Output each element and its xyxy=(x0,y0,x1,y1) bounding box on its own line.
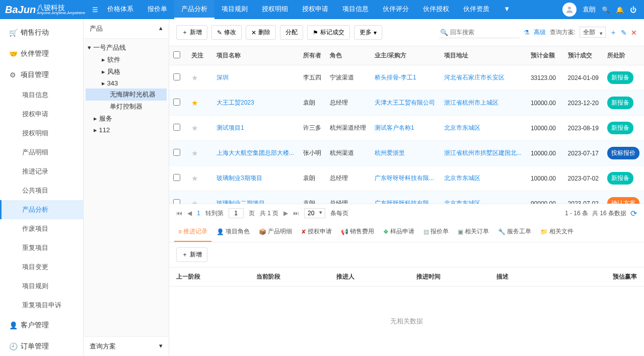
sub-tab[interactable]: ▤报价单 xyxy=(419,222,453,242)
prev-page-icon[interactable]: ◀ xyxy=(187,210,192,217)
assign-button[interactable]: 分配 xyxy=(280,25,303,40)
sidebar-subitem[interactable]: 公共项目 xyxy=(0,181,83,200)
sub-tab[interactable]: 📁相关文件 xyxy=(536,222,578,242)
tree-node[interactable]: ▸ 服务 xyxy=(86,113,167,125)
sidebar-subitem[interactable]: 授权明细 xyxy=(0,124,83,143)
sub-tab[interactable]: 🔧服务工单 xyxy=(494,222,535,242)
project-name-link[interactable]: 深圳 xyxy=(217,74,229,81)
user-name[interactable]: 袁朗 xyxy=(583,5,596,14)
buyer-link[interactable]: 杭州爱浙里 xyxy=(375,149,405,156)
tree-node[interactable]: 单灯控制器 xyxy=(86,101,167,113)
star-icon[interactable]: ★ xyxy=(191,99,198,107)
row-checkbox[interactable] xyxy=(173,99,180,106)
top-nav-item[interactable]: 授权申请 xyxy=(295,0,335,19)
goto-input[interactable] xyxy=(229,208,244,218)
next-page-icon[interactable]: ▶ xyxy=(283,210,288,217)
top-nav-item[interactable]: 报价单 xyxy=(140,0,174,19)
column-header[interactable]: 预计成交 xyxy=(564,46,603,65)
tree-footer[interactable]: 查询方案 ▾ xyxy=(84,336,169,356)
column-header[interactable]: 业主/采购方 xyxy=(371,46,440,65)
avatar[interactable] xyxy=(562,3,577,17)
tree-node[interactable]: ▸ 112 xyxy=(86,125,167,135)
mark-done-button[interactable]: ⚑标记成交 xyxy=(307,25,350,40)
column-header[interactable]: 所处阶 xyxy=(603,46,644,65)
tree-node[interactable]: ▸ 软件 xyxy=(86,54,167,66)
table-row[interactable]: ★玻璃制业二期项目袁朗总经理广东呀呀呀科技有限...北京市东城区90000.00… xyxy=(169,191,644,204)
sidebar-item[interactable]: 🤝伙伴管理 xyxy=(0,43,83,64)
address-link[interactable]: 浙江省杭州市拱墅区建国北... xyxy=(444,149,522,156)
select-all-checkbox[interactable] xyxy=(173,51,180,58)
project-name-link[interactable]: 测试项目1 xyxy=(217,124,244,131)
column-header[interactable]: 项目地址 xyxy=(440,46,527,65)
row-checkbox[interactable] xyxy=(173,174,180,181)
address-link[interactable]: 北京市东城区 xyxy=(444,174,480,182)
row-checkbox[interactable] xyxy=(173,124,180,131)
sidebar-subitem[interactable]: 产品明细 xyxy=(0,143,83,162)
sub-tab[interactable]: ▣相关订单 xyxy=(454,222,493,242)
sidebar-subitem[interactable]: 重复项目申诉 xyxy=(0,296,83,315)
top-nav-item[interactable]: 伙伴评分 xyxy=(376,0,416,19)
top-nav-item[interactable]: 价格体系 xyxy=(100,0,140,19)
menu-toggle-icon[interactable]: ☰ xyxy=(90,6,100,14)
buyer-link[interactable]: 广东呀呀呀科技有限... xyxy=(375,200,434,204)
sidebar-item[interactable]: ⚙项目管理 xyxy=(0,64,83,85)
tree-node[interactable]: ▸ 343 xyxy=(86,78,167,88)
collapse-icon[interactable]: ▴ xyxy=(159,24,163,33)
sidebar-subitem[interactable]: 推进记录 xyxy=(0,162,83,181)
buyer-link[interactable]: 天津大王工贸有限公司 xyxy=(375,99,435,106)
top-nav-more[interactable]: ▼ xyxy=(496,0,517,19)
sidebar-subitem[interactable]: 重复项目 xyxy=(0,238,83,257)
top-nav-item[interactable]: 伙伴资质 xyxy=(456,0,496,19)
table-row[interactable]: ★测试项目1许三多杭州渠道经理测试客户名称1北京市东城区10000.002023… xyxy=(169,116,644,141)
table-row[interactable]: ★大王工贸2023袁朗总经理天津大王工贸有限公司浙江省杭州市上城区10000.0… xyxy=(169,91,644,116)
sub-tab[interactable]: 📦产品明细 xyxy=(255,222,296,242)
sub-tab[interactable]: 👤项目角色 xyxy=(212,222,254,242)
delete-button[interactable]: ✕删除 xyxy=(246,25,276,40)
star-icon[interactable]: ★ xyxy=(191,124,198,132)
top-nav-item[interactable]: 授权明细 xyxy=(255,0,295,19)
table-row[interactable]: ★上海大大航空集团总部大楼...张小明杭州渠道杭州爱浙里浙江省杭州市拱墅区建国北… xyxy=(169,141,644,166)
search-icon[interactable]: 🔍 xyxy=(602,6,610,14)
more-button[interactable]: 更多 ▾ xyxy=(354,25,382,40)
column-header[interactable]: 预计金额 xyxy=(527,46,564,65)
column-header[interactable]: 关注 xyxy=(187,46,212,65)
per-page-select[interactable]: 20 xyxy=(304,208,325,218)
address-link[interactable]: 北京市东城区 xyxy=(444,200,480,204)
search-input[interactable] xyxy=(439,27,520,38)
address-link[interactable]: 浙江省杭州市上城区 xyxy=(444,99,498,106)
top-nav-item[interactable]: 伙伴授权 xyxy=(416,0,456,19)
sidebar-item[interactable]: 👤客户管理 xyxy=(0,315,83,336)
row-checkbox[interactable] xyxy=(173,73,180,80)
sub-tab[interactable]: ✘授权申请 xyxy=(297,222,336,242)
delete-scheme-icon[interactable]: ✕ xyxy=(631,29,637,37)
last-page-icon[interactable]: ⏭ xyxy=(293,210,299,217)
table-row[interactable]: ★玻璃制业3期项目袁朗总经理广东呀呀呀科技有限...北京市东城区10000.00… xyxy=(169,166,644,191)
project-name-link[interactable]: 大王工贸2023 xyxy=(217,99,254,106)
project-name-link[interactable]: 玻璃制业二期项目 xyxy=(217,200,265,204)
edit-scheme-icon[interactable]: ✎ xyxy=(621,29,627,37)
add-button[interactable]: ＋新增 xyxy=(176,25,207,40)
address-link[interactable]: 河北省石家庄市长安区 xyxy=(444,74,505,81)
top-nav-item[interactable]: 项目信息 xyxy=(335,0,376,19)
star-icon[interactable]: ★ xyxy=(191,149,198,157)
scheme-select[interactable]: 全部 xyxy=(580,27,606,38)
sidebar-subitem[interactable]: 授权申请 xyxy=(0,105,83,124)
project-name-link[interactable]: 上海大大航空集团总部大楼... xyxy=(217,149,294,156)
sidebar-subitem[interactable]: 项目规则 xyxy=(0,277,83,296)
sidebar-subitem[interactable]: 作废项目 xyxy=(0,219,83,238)
buyer-link[interactable]: 桥头排骨-李工1 xyxy=(375,74,416,81)
sidebar-subitem[interactable]: 项目信息 xyxy=(0,85,83,105)
top-nav-item[interactable]: 产品分析 xyxy=(174,0,214,19)
first-page-icon[interactable]: ⏮ xyxy=(176,210,182,217)
tree-node[interactable]: 无悔牌时光机器 xyxy=(86,88,167,101)
star-icon[interactable]: ★ xyxy=(191,174,198,183)
column-header[interactable]: 所有者 xyxy=(299,46,326,65)
row-checkbox[interactable] xyxy=(173,199,180,204)
sidebar-subitem[interactable]: 项目变更 xyxy=(0,257,83,277)
power-icon[interactable]: ⏻ xyxy=(630,6,636,14)
sub-tab[interactable]: ≡推进记录 xyxy=(174,222,211,242)
star-icon[interactable]: ★ xyxy=(191,73,198,82)
column-header[interactable]: 项目名称 xyxy=(212,46,299,65)
tree-node[interactable]: ▾ 一号产品线 xyxy=(86,42,167,54)
bell-icon[interactable]: 🔔 xyxy=(616,6,624,14)
